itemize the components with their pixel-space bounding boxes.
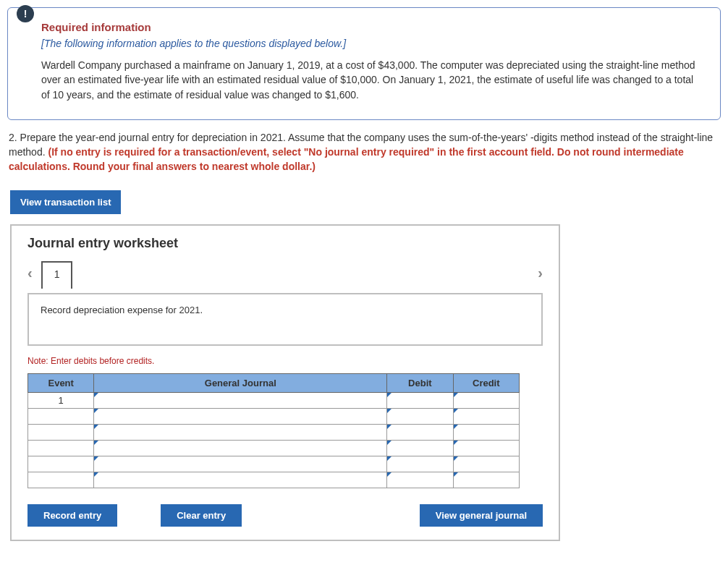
cell-event[interactable] [28, 408, 94, 424]
cell-event[interactable] [28, 472, 94, 488]
view-transaction-list-button[interactable]: View transaction list [10, 190, 121, 214]
cell-credit[interactable] [453, 408, 519, 424]
cell-credit[interactable] [453, 440, 519, 456]
cell-event[interactable] [28, 424, 94, 440]
record-entry-button[interactable]: Record entry [27, 504, 117, 527]
cell-debit[interactable] [387, 456, 453, 472]
cell-general-journal[interactable] [94, 440, 387, 456]
cell-general-journal[interactable] [94, 472, 387, 488]
cell-credit[interactable] [453, 456, 519, 472]
cell-event[interactable]: 1 [28, 392, 94, 408]
clear-entry-button[interactable]: Clear entry [161, 504, 242, 527]
required-body: Wardell Company purchased a mainframe on… [41, 58, 698, 102]
alert-icon: ! [17, 5, 34, 22]
table-row [28, 472, 520, 488]
table-row [28, 424, 520, 440]
cell-debit[interactable] [387, 440, 453, 456]
cell-credit[interactable] [453, 392, 519, 408]
worksheet-title: Journal entry worksheet [27, 236, 543, 251]
chevron-right-icon[interactable]: › [538, 265, 543, 281]
header-debit: Debit [387, 373, 453, 392]
cell-debit[interactable] [387, 408, 453, 424]
cell-credit[interactable] [453, 472, 519, 488]
cell-general-journal[interactable] [94, 392, 387, 408]
cell-debit[interactable] [387, 472, 453, 488]
question-text: 2. Prepare the year-end journal entry fo… [9, 130, 719, 174]
cell-debit[interactable] [387, 392, 453, 408]
header-event: Event [28, 373, 94, 392]
required-title: Required information [41, 21, 698, 33]
table-row [28, 408, 520, 424]
table-row: 1 [28, 392, 520, 408]
header-credit: Credit [453, 373, 519, 392]
cell-event[interactable] [28, 440, 94, 456]
tab-1[interactable]: 1 [41, 261, 73, 289]
cell-general-journal[interactable] [94, 456, 387, 472]
question-instruction: (If no entry is required for a transacti… [9, 146, 684, 172]
cell-general-journal[interactable] [94, 408, 387, 424]
note-text: Note: Enter debits before credits. [27, 356, 543, 366]
cell-debit[interactable] [387, 424, 453, 440]
entry-description: Record depreciation expense for 2021. [27, 293, 543, 346]
cell-event[interactable] [28, 456, 94, 472]
journal-table: Event General Journal Debit Credit 1 [27, 373, 520, 488]
required-subtitle: [The following information applies to th… [41, 38, 698, 49]
cell-general-journal[interactable] [94, 424, 387, 440]
header-general-journal: General Journal [94, 373, 387, 392]
tab-row: ‹ 1 › [27, 260, 543, 287]
chevron-left-icon[interactable]: ‹ [27, 265, 33, 281]
table-row [28, 440, 520, 456]
journal-worksheet: Journal entry worksheet ‹ 1 › Record dep… [10, 224, 560, 541]
table-row [28, 456, 520, 472]
required-info-box: ! Required information [The following in… [7, 7, 721, 120]
cell-credit[interactable] [453, 424, 519, 440]
view-general-journal-button[interactable]: View general journal [420, 504, 543, 527]
